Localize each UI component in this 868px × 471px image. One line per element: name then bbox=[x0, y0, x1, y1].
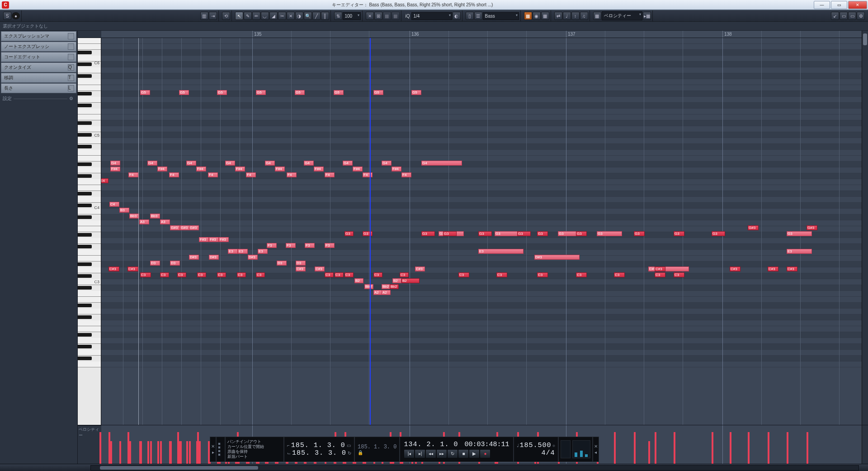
midi-note[interactable]: F3 bbox=[286, 243, 296, 248]
midi-note[interactable]: G3 bbox=[712, 231, 725, 236]
scrollbar-thumb[interactable] bbox=[863, 33, 867, 45]
velocity-bar[interactable] bbox=[186, 441, 188, 464]
section-quantize[interactable]: クオンタイズQ bbox=[1, 62, 76, 72]
insert-velocity-button[interactable]: ⇅ bbox=[334, 12, 342, 20]
velocity-bar[interactable] bbox=[787, 432, 788, 464]
tool-trim-icon[interactable]: ◢ bbox=[269, 12, 278, 20]
midi-note[interactable]: G4 bbox=[147, 161, 157, 166]
midi-note[interactable]: F4 bbox=[287, 172, 297, 177]
midi-note[interactable]: F#4 bbox=[196, 167, 206, 171]
midi-note[interactable]: F#3 bbox=[219, 237, 229, 242]
midi-note[interactable]: A2 bbox=[373, 290, 382, 295]
transport-rewind-button[interactable]: ◂◂ bbox=[425, 449, 436, 458]
midi-note[interactable]: F4 bbox=[208, 172, 218, 177]
midi-note[interactable]: C3 bbox=[177, 272, 186, 277]
midi-note[interactable]: C#3 bbox=[315, 266, 325, 271]
locator-right-icon-2[interactable]: ⌙ bbox=[287, 451, 291, 456]
window-layout-button-2[interactable]: ▭ bbox=[840, 12, 848, 20]
midi-note[interactable]: G4 bbox=[304, 161, 314, 166]
midi-note[interactable]: G3 bbox=[634, 231, 645, 236]
midi-note[interactable]: G3 bbox=[674, 231, 684, 236]
transport-cursor-label[interactable]: カーソル位置で開始 bbox=[227, 444, 282, 449]
transport-cycle-button[interactable]: ↻ bbox=[447, 449, 458, 458]
velocity-bar[interactable] bbox=[99, 432, 101, 464]
vertical-scrollbar[interactable] bbox=[862, 31, 868, 425]
midi-note[interactable]: F#4 bbox=[392, 167, 401, 171]
midi-note[interactable]: D3 bbox=[277, 261, 287, 266]
midi-note[interactable]: G#3 bbox=[189, 225, 199, 230]
time-signature-value[interactable]: 4/4 bbox=[542, 449, 555, 457]
midi-note[interactable]: Bb3 bbox=[150, 214, 160, 219]
midi-note[interactable]: E3 bbox=[787, 249, 812, 254]
midi-note[interactable]: G3 bbox=[478, 231, 492, 236]
tool-zoom-icon[interactable]: 🔍 bbox=[304, 12, 312, 20]
midi-note[interactable]: F#3 bbox=[209, 237, 219, 242]
velocity-bar[interactable] bbox=[119, 441, 121, 464]
locator-left-icon[interactable]: ⌐ bbox=[287, 443, 290, 448]
midi-note[interactable]: C3 bbox=[655, 272, 665, 277]
midi-note[interactable]: D3 bbox=[296, 261, 306, 266]
velocity-bar[interactable] bbox=[768, 432, 769, 464]
midi-note[interactable]: C3 bbox=[160, 272, 169, 277]
midi-note[interactable]: F3 bbox=[325, 243, 335, 248]
midi-note[interactable]: B2 bbox=[392, 278, 401, 283]
midi-note[interactable]: D#3 bbox=[248, 255, 258, 260]
velocity-bar[interactable] bbox=[180, 441, 182, 464]
midi-note[interactable]: C#3 bbox=[787, 266, 797, 271]
midi-note[interactable]: G4 bbox=[343, 161, 353, 166]
midi-note[interactable]: C3 bbox=[344, 272, 354, 277]
midi-note[interactable]: C3 bbox=[237, 272, 246, 277]
part-list-button[interactable]: ☰ bbox=[474, 12, 482, 20]
transport-newpart-label[interactable]: 新規パート bbox=[227, 454, 282, 459]
midi-note[interactable]: C3 bbox=[400, 272, 409, 277]
feedback-button[interactable]: ⟲ bbox=[222, 12, 230, 20]
part-edit-mode-button[interactable]: ▯ bbox=[466, 12, 474, 20]
solo-button[interactable]: S bbox=[3, 12, 11, 20]
midi-note[interactable]: G3 bbox=[421, 231, 435, 236]
midi-note[interactable]: C#3 bbox=[415, 266, 425, 271]
midi-note[interactable]: C#3 bbox=[768, 266, 778, 271]
velocity-bar[interactable] bbox=[614, 432, 616, 464]
midi-note[interactable]: C3 bbox=[335, 272, 344, 277]
transport-record-button[interactable]: ● bbox=[480, 449, 491, 458]
midi-note[interactable]: C3 bbox=[537, 272, 548, 277]
midi-note[interactable]: F#4 bbox=[110, 167, 120, 171]
transport-position-time[interactable]: 00:03:48:11 bbox=[464, 441, 509, 448]
window-maximize-button[interactable]: ▭ bbox=[831, 1, 847, 9]
midi-note[interactable]: C3 bbox=[614, 272, 625, 277]
locator-lock-icon-2[interactable]: 🔒 bbox=[358, 450, 363, 455]
midi-step-button[interactable]: ⇄ bbox=[554, 12, 562, 20]
midi-note[interactable]: C3 bbox=[140, 272, 151, 277]
tool-drumstick-icon[interactable]: ✏ bbox=[252, 12, 260, 20]
snap-grid-button-2[interactable]: ▦ bbox=[392, 12, 400, 20]
midi-note[interactable]: C3 bbox=[458, 272, 469, 277]
midi-note[interactable]: F3 bbox=[305, 243, 315, 248]
snap-toggle-button[interactable]: ✕ bbox=[366, 12, 374, 20]
midi-note[interactable]: F3 bbox=[267, 243, 277, 248]
midi-note[interactable]: G#3 bbox=[170, 225, 180, 230]
auto-scroll-mode-button[interactable]: ⇥ bbox=[209, 12, 217, 20]
midi-note[interactable]: F4 bbox=[246, 172, 256, 177]
midi-note[interactable]: G5 bbox=[256, 90, 266, 95]
transport-stop-button[interactable]: ■ bbox=[458, 449, 469, 458]
midi-note[interactable]: F#4 bbox=[314, 167, 324, 171]
horizontal-scrollbar[interactable] bbox=[90, 465, 859, 471]
midi-note[interactable]: F#4 bbox=[235, 167, 245, 171]
locator-cycle-icon[interactable]: ↻ bbox=[348, 451, 351, 456]
midi-note[interactable]: C#3 bbox=[730, 266, 741, 271]
playhead-cursor[interactable] bbox=[370, 38, 371, 425]
transport-forward-button[interactable]: ▸▸ bbox=[436, 449, 447, 458]
note-grid[interactable]: G5G5G5G5G5G5G5G5G4F#4F4G4F#4F4G4F#4F4G4F… bbox=[101, 38, 862, 425]
midi-note[interactable]: B2 bbox=[401, 278, 420, 283]
transport-expand-icon-right[interactable]: ◂ bbox=[593, 449, 599, 455]
section-transpose[interactable]: 移調T bbox=[1, 73, 76, 83]
midi-note[interactable]: E4 bbox=[101, 178, 108, 183]
midi-note[interactable]: G4 bbox=[225, 161, 235, 166]
locator-left2-value[interactable]: 185. 3. 3. 0 bbox=[292, 449, 346, 457]
midi-note[interactable]: G5 bbox=[217, 90, 227, 95]
midi-note[interactable]: F#4 bbox=[275, 167, 285, 171]
velocity-bar[interactable] bbox=[674, 432, 675, 464]
transport-punch-label[interactable]: パンチイン/アウト bbox=[227, 439, 282, 444]
sync-button[interactable] bbox=[561, 440, 571, 458]
transport-expand-icon[interactable]: ▸ bbox=[210, 449, 216, 455]
